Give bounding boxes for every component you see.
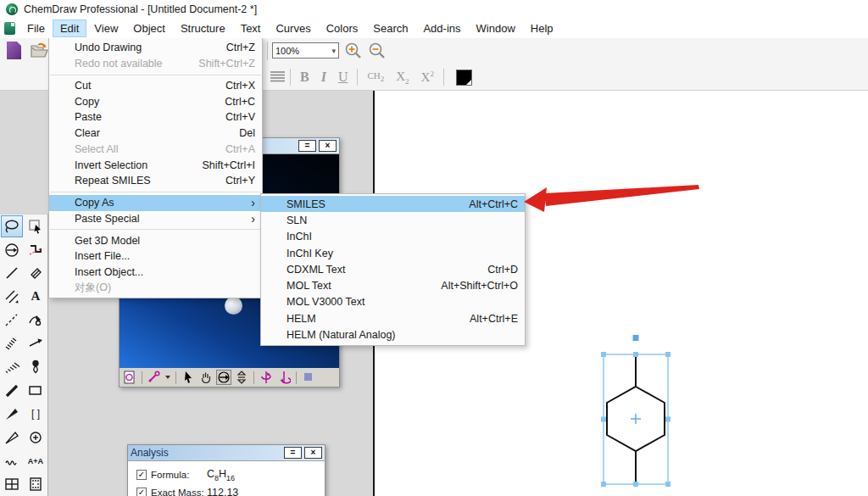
bold-button[interactable]: B [300, 70, 309, 85]
menu-item-clear[interactable]: ClearDel [49, 125, 262, 142]
submenu-item-inchi-key[interactable]: InChI Key [261, 245, 525, 261]
menu-item-undo[interactable]: Undo DrawingCtrl+Z [49, 40, 262, 56]
zoom-out-icon[interactable] [367, 41, 387, 61]
menu-item-insert-object[interactable]: Insert Object... [49, 265, 262, 281]
bond-tool-icon[interactable] [147, 370, 162, 385]
rotate-y-icon[interactable] [276, 370, 292, 385]
menu-item-paste-special[interactable]: Paste Special› [49, 211, 262, 227]
zoom-level-combo[interactable]: 100% ▾ [272, 42, 339, 59]
close-icon[interactable]: × [319, 140, 337, 152]
chain-tool-icon[interactable] [25, 239, 47, 261]
rectangle-tool-icon[interactable] [25, 380, 47, 402]
analysis-titlebar[interactable]: Analysis = × [128, 445, 325, 461]
chevron-down-icon[interactable]: ▾ [331, 47, 336, 55]
multiple-bond-tool-icon[interactable] [1, 286, 23, 308]
menubar-item-search[interactable]: Search [365, 20, 415, 37]
open-file-icon[interactable] [30, 42, 49, 59]
hashed-wedge-tool-icon[interactable] [1, 356, 23, 378]
menu-item-invert-selection[interactable]: Invert SelectionShift+Ctrl+I [49, 157, 262, 173]
menu-item-repeat-smiles[interactable]: Repeat SMILESCtrl+Y [49, 173, 262, 189]
model-export-icon[interactable] [122, 370, 137, 385]
color-swatch[interactable] [456, 70, 472, 86]
solid-bond-tool-icon[interactable] [1, 262, 23, 284]
toolbar-separator [290, 69, 291, 86]
minimize-icon[interactable]: = [298, 140, 316, 152]
menu-item-get-3d-model[interactable]: Get 3D Model [49, 232, 262, 248]
menu-item-insert-file[interactable]: Insert File... [49, 248, 262, 265]
wedge-bond-tool-icon[interactable] [1, 403, 23, 425]
eraser-tool-icon[interactable] [25, 262, 47, 284]
bold-bond-tool-icon[interactable] [1, 380, 23, 402]
new-document-icon[interactable] [7, 42, 21, 59]
underline-button[interactable]: U [338, 70, 348, 85]
menu-item-copy-as[interactable]: Copy As› [49, 195, 262, 211]
pan-hand-icon[interactable] [198, 370, 214, 385]
submenu-arrow-icon: › [247, 198, 255, 208]
superscript-button[interactable]: X2 [421, 70, 434, 85]
menubar-item-file[interactable]: File [19, 20, 53, 37]
stop-icon[interactable] [301, 370, 316, 385]
hashed-bond-tool-icon[interactable] [1, 332, 23, 354]
document-icon[interactable] [4, 22, 15, 35]
orbital-tool-icon[interactable] [25, 356, 47, 378]
orbit-select-tool-icon[interactable] [1, 239, 23, 261]
menubar-item-structure[interactable]: Structure [173, 20, 233, 37]
menubar-item-window[interactable]: Window [469, 20, 523, 37]
menubar-item-text[interactable]: Text [233, 20, 269, 37]
menubar-item-curves[interactable]: Curves [268, 20, 318, 37]
menubar-item-addins[interactable]: Add-ins [415, 20, 468, 37]
chemdraw-logo-icon [6, 3, 18, 15]
3d-atom-sphere[interactable] [225, 297, 242, 315]
text-tool-icon[interactable]: A [25, 286, 47, 308]
table-tool-icon[interactable] [1, 473, 23, 495]
toolbar-separator [296, 371, 297, 384]
menu-item-cut[interactable]: CutCtrl+X [49, 78, 262, 94]
menubar-item-help[interactable]: Help [523, 20, 561, 37]
menubar-item-colors[interactable]: Colors [319, 20, 366, 37]
lasso-tool-icon[interactable] [1, 215, 23, 237]
template-tool-icon[interactable] [25, 473, 47, 495]
submenu-item-helm-natural-analog[interactable]: HELM (Natural Analog) [261, 326, 525, 343]
selected-molecule[interactable] [583, 326, 685, 496]
rotate-x-icon[interactable] [259, 370, 274, 385]
zoom-in-icon[interactable] [343, 41, 364, 61]
menu-separator [50, 192, 261, 192]
dashed-bond-tool-icon[interactable] [1, 309, 23, 332]
menubar-item-object[interactable]: Object [125, 20, 173, 37]
zoom-updown-icon[interactable] [234, 370, 249, 385]
justify-icon[interactable] [270, 70, 287, 84]
exact-mass-checkbox[interactable]: ✓ [136, 488, 147, 496]
wavy-bond-tool-icon[interactable] [1, 450, 23, 472]
orbit-tool-icon[interactable] [216, 370, 231, 385]
menu-item-redo: Redo not availableShift+Ctrl+Z [49, 56, 262, 72]
submenu-item-mol-v3000-text[interactable]: MOL V3000 Text [261, 294, 525, 310]
submenu-item-helm[interactable]: HELMAlt+Ctrl+E [261, 310, 525, 326]
arrow-tool-icon[interactable] [25, 332, 47, 354]
marquee-tool-icon[interactable] [25, 215, 47, 237]
minimize-icon[interactable]: = [284, 447, 302, 459]
formula-checkbox[interactable]: ✓ [136, 470, 147, 480]
italic-button[interactable]: I [321, 70, 326, 85]
atom-replace-tool-icon[interactable]: A+A [25, 450, 47, 472]
submenu-item-smiles[interactable]: SMILESAlt+Ctrl+C [261, 196, 525, 212]
close-icon[interactable]: × [304, 447, 322, 459]
menu-item-copy[interactable]: CopyCtrl+C [49, 93, 262, 109]
hollow-wedge-tool-icon[interactable] [1, 426, 23, 449]
menu-item-paste[interactable]: PasteCtrl+V [49, 109, 262, 125]
menubar-item-edit[interactable]: Edit [53, 20, 86, 37]
menubar-item-view[interactable]: View [86, 20, 125, 37]
rotation-handle [633, 335, 639, 341]
chevron-down-icon[interactable] [164, 370, 171, 385]
submenu-item-inchi[interactable]: InChI [261, 229, 525, 245]
pen-tool-icon[interactable] [25, 309, 47, 332]
cursor-tool-icon[interactable] [181, 370, 196, 385]
toolbar-separator [357, 69, 358, 86]
charge-plus-tool-icon[interactable] [25, 426, 47, 449]
submenu-item-cdxml-text[interactable]: CDXML TextCtrl+D [261, 261, 525, 277]
menu-item-object-cn: 对象(O) [49, 281, 262, 297]
submenu-item-mol-text[interactable]: MOL TextAlt+Shift+Ctrl+O [261, 277, 525, 293]
submenu-item-sln[interactable]: SLN [261, 212, 525, 228]
bracket-tool-icon[interactable]: [ ] [25, 403, 47, 425]
subscript-button[interactable]: X2 [396, 70, 409, 86]
formula-style-button[interactable]: CH2 [367, 70, 384, 83]
